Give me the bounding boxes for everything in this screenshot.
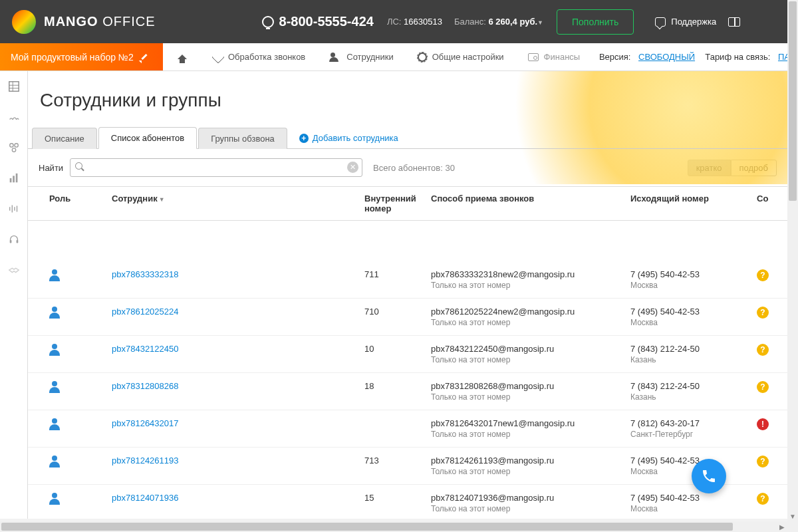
person-icon — [49, 307, 60, 319]
search-wrap: ✕ — [70, 158, 362, 177]
product-set-selector[interactable]: Мой продуктовый набор №2 — [0, 43, 163, 70]
view-detailed-button[interactable]: подроб — [731, 160, 777, 176]
internal-number: 711 — [364, 269, 431, 279]
role-cell — [39, 456, 112, 471]
status-cell: ? — [757, 307, 777, 319]
nav-finances[interactable]: Финансы — [516, 43, 593, 70]
col-status[interactable]: Со — [757, 194, 777, 213]
employee-link[interactable]: pbx78612025224 — [112, 307, 364, 317]
person-icon — [49, 344, 60, 356]
version-link[interactable]: СВОБОДНЫЙ — [638, 52, 695, 62]
table-row[interactable]: pbx78124261193713pbx78124261193@mangosip… — [28, 448, 787, 485]
col-role[interactable]: Роль — [39, 194, 112, 213]
col-reception[interactable]: Способ приема звонков — [431, 194, 630, 213]
scroll-thumb-h[interactable] — [1, 523, 733, 531]
svg-rect-15 — [16, 240, 18, 243]
scroll-right-icon[interactable]: ▶ — [777, 521, 787, 532]
rail-stats-icon[interactable] — [7, 172, 21, 184]
employee-link[interactable]: pbx78432122450 — [112, 344, 364, 354]
person-icon — [49, 381, 60, 393]
svg-point-4 — [9, 144, 13, 147]
status-badge[interactable]: ? — [757, 493, 769, 505]
internal-number: 18 — [364, 381, 431, 391]
internal-number: 713 — [364, 456, 431, 466]
status-cell: ? — [757, 381, 777, 393]
nav-call-handling[interactable]: Обработка звонков — [201, 43, 317, 70]
add-employee-link[interactable]: + Добавить сотрудника — [289, 133, 398, 148]
status-badge[interactable]: ? — [757, 456, 769, 467]
table-body: pbx78633332318711pbx78633332318new2@mang… — [28, 261, 787, 519]
status-badge[interactable]: ? — [757, 344, 769, 356]
rail-integration-icon[interactable] — [7, 142, 21, 154]
headset-icon — [262, 16, 274, 28]
table-row[interactable]: pbx7831280826818pbx78312808268@mangosip.… — [28, 373, 787, 410]
plan-info: Версия: СВОБОДНЫЙ Тариф на связь: ПА — [599, 43, 798, 70]
nav-staff[interactable]: Сотрудники — [317, 43, 405, 70]
status-badge[interactable]: ! — [757, 418, 769, 430]
reception-cell: pbx78612025224new2@mangosip.ruТолько на … — [431, 307, 630, 327]
table-row[interactable]: pbx7843212245010pbx78432122450@mangosip.… — [28, 336, 787, 373]
scroll-thumb-v[interactable] — [789, 1, 797, 201]
topup-button[interactable]: Пополнить — [557, 9, 634, 35]
status-cell: ? — [757, 456, 777, 467]
support-link[interactable]: Поддержка — [655, 17, 716, 27]
role-cell — [39, 418, 112, 434]
employee-link[interactable]: pbx78124261193 — [112, 456, 364, 466]
reception-cell: pbx78432122450@mangosip.ruТолько на этот… — [431, 344, 630, 364]
tab-subscribers-list[interactable]: Список абонентов — [98, 127, 197, 149]
account-number: ЛС: 16630513 — [387, 17, 442, 27]
status-badge[interactable]: ? — [757, 269, 769, 281]
phone-number: 8-800-5555-424 — [279, 14, 374, 29]
employee-link[interactable]: pbx78124071936 — [112, 493, 364, 503]
table-header: Роль Сотрудник▼ Внутренний номер Способ … — [28, 186, 787, 221]
table-row[interactable]: pbx78633332318711pbx78633332318new2@mang… — [28, 261, 787, 299]
brand-name: MANGO OFFICE — [44, 14, 156, 29]
rail-audio-icon[interactable] — [7, 203, 21, 215]
vertical-scrollbar[interactable]: ▲ ▼ — [787, 0, 798, 532]
rail-headset-icon[interactable] — [7, 233, 21, 245]
view-short-button[interactable]: кратко — [688, 160, 731, 176]
outgoing-cell: 7 (495) 540-42-53Москва — [630, 493, 757, 513]
support-label: Поддержка — [671, 17, 716, 27]
clear-search-icon[interactable]: ✕ — [347, 162, 358, 173]
nav-home[interactable] — [163, 43, 201, 70]
horizontal-scrollbar[interactable]: ◀ ▶ — [0, 521, 787, 532]
rail-signal-icon[interactable] — [7, 111, 21, 123]
call-fab[interactable] — [692, 459, 726, 493]
table-row[interactable]: pbx78612025224710pbx78612025224new2@mang… — [28, 299, 787, 336]
employee-link[interactable]: pbx78633332318 — [112, 269, 364, 279]
status-badge[interactable]: ? — [757, 307, 769, 319]
total-count: Всего абонентов: 30 — [373, 163, 455, 173]
caret-down-icon: ▼ — [537, 19, 543, 26]
tab-description[interactable]: Описание — [32, 128, 97, 149]
role-cell — [39, 269, 112, 285]
employee-link[interactable]: pbx78312808268 — [112, 381, 364, 391]
table-row[interactable]: pbx78126432017pbx78126432017new1@mangosi… — [28, 410, 787, 448]
search-input[interactable] — [70, 158, 362, 177]
rail-grid-icon[interactable] — [7, 80, 21, 92]
page-title: Сотрудники и группы — [28, 71, 787, 127]
internal-number: 710 — [364, 307, 431, 317]
home-icon — [178, 50, 187, 59]
status-badge[interactable]: ? — [757, 381, 769, 393]
role-cell — [39, 344, 112, 359]
book-icon[interactable] — [728, 17, 740, 27]
toolbar: Найти ✕ Всего абонентов: 30 кратко подро… — [28, 149, 787, 186]
nav-settings[interactable]: Общие настройки — [406, 43, 516, 70]
tab-call-groups[interactable]: Группы обзвона — [198, 128, 287, 149]
col-outgoing[interactable]: Исходящий номер — [630, 194, 757, 213]
role-cell — [39, 493, 112, 508]
col-employee[interactable]: Сотрудник▼ — [112, 194, 364, 213]
reception-cell: pbx78633332318new2@mangosip.ruТолько на … — [431, 269, 630, 290]
balance-display[interactable]: Баланс: 6 260,4 руб.▼ — [454, 17, 543, 27]
col-internal[interactable]: Внутренний номер — [364, 194, 431, 213]
rail-handshake-icon[interactable] — [7, 264, 21, 276]
brand-logo[interactable]: MANGO OFFICE — [12, 10, 156, 34]
svg-rect-8 — [13, 176, 15, 182]
table-row[interactable]: pbx7812407193615pbx78124071936@mangosip.… — [28, 485, 787, 519]
employee-link[interactable]: pbx78126432017 — [112, 418, 364, 428]
scroll-down-icon[interactable]: ▼ — [787, 511, 798, 521]
product-set-label: Мой продуктовый набор №2 — [11, 52, 134, 63]
svg-rect-9 — [15, 174, 17, 183]
reception-cell: pbx78312808268@mangosip.ruТолько на этот… — [431, 381, 630, 402]
